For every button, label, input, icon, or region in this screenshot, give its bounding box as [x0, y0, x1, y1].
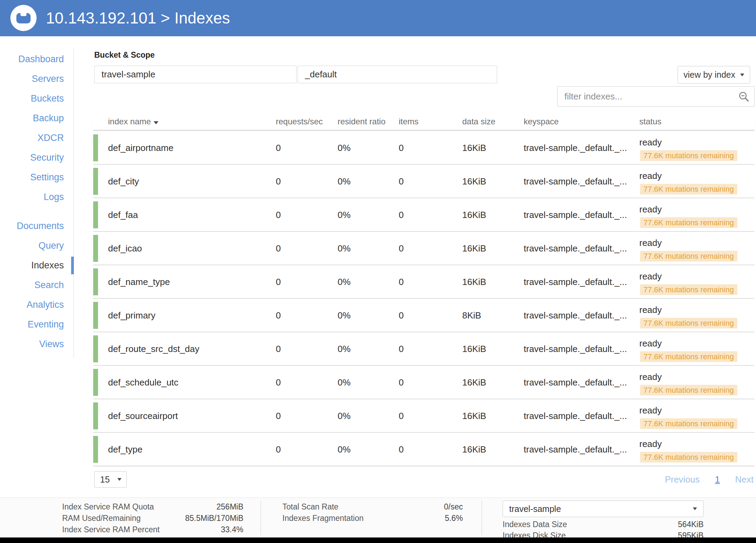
index-data-size: 16KiB [462, 198, 486, 232]
index-keyspace: travel-sample._default._... [524, 366, 627, 399]
stat-row: Total Scan Rate 0/sec [282, 502, 463, 512]
sidebar-item-label: Logs [43, 192, 64, 202]
ram-stats-group: Index Service RAM Quota 256MiB RAM Used/… [62, 502, 243, 534]
index-items: 0 [399, 265, 404, 299]
index-data-size: 16KiB [462, 399, 486, 433]
sidebar-item-label: Dashboard [18, 54, 64, 64]
index-status: ready [639, 137, 662, 148]
previous-page-link[interactable]: Previous [665, 474, 700, 485]
mutations-remaining-badge: 77.6K mutations remaining [640, 385, 737, 396]
index-keyspace: travel-sample._default._... [524, 131, 627, 165]
sidebar-item-dashboard[interactable]: Dashboard [0, 49, 74, 69]
table-row[interactable]: def_name_type 0 0% 0 16KiB travel-sample… [93, 265, 754, 299]
view-by-dropdown[interactable]: view by index [678, 66, 750, 84]
sidebar-nav-services: DocumentsQueryIndexesSearchAnalyticsEven… [0, 216, 74, 354]
mutations-remaining-badge: 77.6K mutations remaining [640, 184, 737, 194]
index-name: def_icao [108, 232, 142, 265]
index-keyspace: travel-sample._default._... [524, 232, 627, 265]
index-health-bar [93, 436, 98, 463]
stat-label: Index Service RAM Quota [62, 502, 154, 512]
index-items: 0 [399, 433, 404, 466]
mutations-remaining-badge: 77.6K mutations remaining [640, 251, 737, 261]
sidebar-item-label: Documents [17, 221, 64, 231]
table-row[interactable]: def_type 0 0% 0 16KiB travel-sample._def… [93, 433, 754, 466]
next-page-link[interactable]: Next [735, 474, 754, 485]
index-status: ready [639, 372, 662, 382]
index-status: ready [639, 305, 662, 315]
footer-bucket-select[interactable]: travel-sample [503, 501, 704, 517]
index-health-bar [93, 201, 98, 228]
column-header-items[interactable]: items [399, 117, 418, 126]
sidebar-item-servers[interactable]: Servers [0, 69, 74, 89]
sidebar-item-documents[interactable]: Documents [0, 216, 74, 236]
column-header-status[interactable]: status [639, 117, 661, 126]
column-header-data-size[interactable]: data size [462, 117, 495, 126]
scope-select-input[interactable] [298, 66, 497, 83]
mutations-remaining-badge: 77.6K mutations remaining [640, 418, 737, 429]
sidebar-item-label: Search [34, 280, 64, 290]
sidebar-item-settings[interactable]: Settings [0, 168, 74, 187]
bucket-select-input[interactable] [94, 66, 297, 83]
column-header-resident-ratio[interactable]: resident ratio [338, 117, 386, 126]
column-header-index-name[interactable]: index name [108, 117, 158, 126]
index-requests-sec: 0 [276, 198, 281, 232]
index-requests-sec: 0 [276, 433, 281, 466]
page-size-select[interactable]: 15 [94, 471, 127, 488]
index-table-body: def_airportname 0 0% 0 16KiB travel-samp… [93, 131, 754, 466]
sidebar-item-eventing[interactable]: Eventing [0, 315, 74, 334]
index-name: def_route_src_dst_day [108, 332, 200, 366]
sort-desc-icon [154, 121, 158, 124]
sidebar-item-security[interactable]: Security [0, 148, 74, 168]
table-row[interactable]: def_icao 0 0% 0 16KiB travel-sample._def… [93, 232, 754, 265]
chevron-down-icon [693, 507, 697, 510]
sidebar-item-search[interactable]: Search [0, 275, 74, 295]
index-name: def_type [108, 433, 143, 466]
index-health-bar [93, 268, 98, 295]
index-health-bar [93, 168, 98, 195]
table-row[interactable]: def_sourceairport 0 0% 0 16KiB travel-sa… [93, 399, 754, 433]
index-resident-ratio: 0% [338, 399, 351, 433]
index-status: ready [639, 204, 662, 215]
sidebar-item-backup[interactable]: Backup [0, 108, 74, 128]
table-row[interactable]: def_city 0 0% 0 16KiB travel-sample._def… [93, 165, 754, 198]
page-title: 10.143.192.101 > Indexes [46, 0, 230, 36]
sidebar-item-analytics[interactable]: Analytics [0, 295, 74, 315]
index-keyspace: travel-sample._default._... [524, 433, 627, 466]
index-requests-sec: 0 [276, 399, 281, 433]
index-requests-sec: 0 [276, 299, 281, 332]
table-row[interactable]: def_schedule_utc 0 0% 0 16KiB travel-sam… [93, 366, 754, 399]
sidebar-item-label: Buckets [31, 93, 64, 104]
sidebar-item-buckets[interactable]: Buckets [0, 89, 74, 108]
stat-row: RAM Used/Remaining 85.5MiB/170MiB [62, 513, 243, 523]
table-row[interactable]: def_faa 0 0% 0 16KiB travel-sample._defa… [93, 198, 754, 232]
index-health-bar [93, 134, 98, 161]
sidebar-item-xdcr[interactable]: XDCR [0, 128, 74, 148]
index-resident-ratio: 0% [338, 332, 351, 366]
sidebar-item-label: Analytics [27, 299, 64, 310]
stat-label: RAM Used/Remaining [62, 513, 141, 523]
stat-value: 0/sec [444, 502, 463, 512]
column-header-requests-sec[interactable]: requests/sec [276, 117, 323, 126]
filter-indexes-input[interactable] [557, 86, 755, 107]
mutations-remaining-badge: 77.6K mutations remaining [640, 452, 737, 463]
table-row[interactable]: def_route_src_dst_day 0 0% 0 16KiB trave… [93, 332, 754, 366]
page-size-value: 15 [100, 475, 110, 485]
couchbase-logo-icon[interactable] [10, 5, 37, 31]
sidebar-item-logs[interactable]: Logs [0, 187, 74, 207]
index-items: 0 [399, 332, 404, 366]
bottom-window-bar [0, 537, 756, 543]
index-data-size: 16KiB [462, 232, 486, 265]
scan-stats-group: Total Scan Rate 0/sec Indexes Fragmentat… [282, 502, 463, 523]
index-resident-ratio: 0% [338, 232, 351, 265]
sidebar-item-label: Eventing [28, 319, 64, 330]
index-requests-sec: 0 [276, 265, 281, 299]
index-keyspace: travel-sample._default._... [524, 165, 627, 198]
sidebar-item-views[interactable]: Views [0, 334, 74, 354]
page-number-link[interactable]: 1 [715, 474, 720, 485]
index-name: def_primary [108, 299, 155, 332]
table-row[interactable]: def_primary 0 0% 0 8KiB travel-sample._d… [93, 299, 754, 332]
table-row[interactable]: def_airportname 0 0% 0 16KiB travel-samp… [93, 131, 754, 165]
sidebar-item-query[interactable]: Query [0, 236, 74, 256]
sidebar-item-indexes[interactable]: Indexes [0, 256, 74, 275]
column-header-keyspace[interactable]: keyspace [524, 117, 559, 126]
